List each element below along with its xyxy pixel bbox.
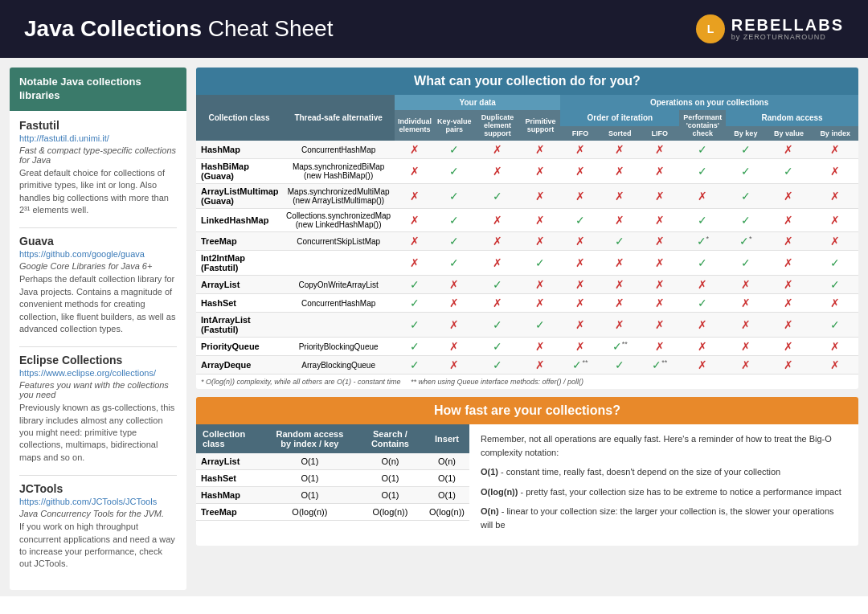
cross-cell: ✗ <box>521 209 560 232</box>
page-title: Java Collections Cheat Sheet <box>24 16 333 42</box>
cross-cell: ✗ <box>521 232 560 251</box>
class-name: Int2IntMap (Fastutil) <box>196 251 282 276</box>
fastutil-link[interactable]: http://fastutil.di.unimi.it/ <box>19 133 177 143</box>
btd-class: HashSet <box>196 470 264 487</box>
thread-safe-alt: ArrayBlockingQueue <box>282 356 395 375</box>
cross-cell: ✗ <box>474 159 521 184</box>
check-cell: ✓ <box>812 251 858 276</box>
cross-cell: ✗ <box>560 159 600 184</box>
cross-cell: ✗ <box>521 159 560 184</box>
cross-cell: ✗ <box>395 184 434 209</box>
th-by-index: By index <box>812 126 858 141</box>
class-name: HashMap <box>196 141 282 159</box>
cross-cell: ✗ <box>812 356 858 375</box>
cross-cell: ✗ <box>521 184 560 209</box>
btd-search: O(n) <box>356 453 424 470</box>
cross-cell: ✗ <box>812 338 858 356</box>
o1-bold: O(1) <box>481 467 498 477</box>
btd-search: O(log(n)) <box>356 504 424 521</box>
cross-cell: ✗ <box>679 356 726 375</box>
btd-insert: O(n) <box>424 453 469 470</box>
check-cell: ✓ <box>435 141 474 159</box>
bottom-right-text: Remember, not all operations are equally… <box>469 424 858 546</box>
sidebar-body: Fastutil http://fastutil.di.unimi.it/ Fa… <box>10 111 186 590</box>
btd-search: O(1) <box>356 470 424 487</box>
guava-text: Perhaps the default collection library f… <box>19 273 177 335</box>
th-performance-check: Performant 'contains' check <box>679 110 726 141</box>
cross-cell: ✗ <box>726 294 765 313</box>
check-cell: ✓ <box>435 209 474 232</box>
cross-cell: ✗ <box>812 294 858 313</box>
list-item: HashSet O(1) O(1) O(1) <box>196 470 469 487</box>
cross-cell: ✗ <box>812 159 858 184</box>
jctools-italic: Java Concurrency Tools for the JVM. <box>19 509 177 518</box>
table-row: ArrayListMultimap (Guava) Maps.synchroni… <box>196 184 858 209</box>
bottom-on: O(n) - linear to your collection size: t… <box>481 505 847 531</box>
cross-cell: ✗ <box>766 313 813 338</box>
sidebar-section-jctools: JCTools https://github.com/JCTools/JCToo… <box>19 482 177 571</box>
th-by-value: By value <box>766 126 813 141</box>
check-cell: ✓ <box>600 232 640 251</box>
check-cell: ✓ <box>435 159 474 184</box>
check-doublestar-cell: ✓** <box>600 338 640 356</box>
cross-cell: ✗ <box>395 209 434 232</box>
cross-cell: ✗ <box>726 338 765 356</box>
check-cell: ✓ <box>679 251 726 276</box>
thread-safe-alt <box>282 251 395 276</box>
table-row: HashSet ConcurrentHashMap ✓✗✗✗ ✗✗✗ ✓ ✗✗✗ <box>196 294 858 313</box>
cross-cell: ✗ <box>766 294 813 313</box>
cross-cell: ✗ <box>766 184 813 209</box>
cross-cell: ✗ <box>600 251 640 276</box>
guava-link[interactable]: https://github.com/google/guava <box>19 249 177 259</box>
sidebar: Notable Java collections libraries Fastu… <box>10 68 186 590</box>
thread-safe-alt: ConcurrentSkipListMap <box>282 232 395 251</box>
check-cell: ✓ <box>474 356 521 375</box>
check-cell: ✓ <box>474 313 521 338</box>
class-name: PriorityQueue <box>196 338 282 356</box>
cross-cell: ✗ <box>640 338 679 356</box>
check-cell: ✓ <box>474 338 521 356</box>
check-cell: ✓ <box>726 184 765 209</box>
guava-italic: Google Core Libraries for Java 6+ <box>19 261 177 271</box>
bth-random: Random access by index / key <box>264 424 356 453</box>
top-section-title: What can your collection do for you? <box>196 68 858 95</box>
cross-cell: ✗ <box>812 209 858 232</box>
cross-cell: ✗ <box>435 276 474 294</box>
th-lifo: LIFO <box>640 126 679 141</box>
bottom-table: Collection class Random access by index … <box>196 424 469 521</box>
check-cell: ✓ <box>726 209 765 232</box>
cross-cell: ✗ <box>640 313 679 338</box>
svg-text:L: L <box>706 23 714 35</box>
th-your-data: Your data <box>395 95 560 110</box>
bottom-section-title: How fast are your collections? <box>196 397 858 424</box>
th-by-key: By key <box>726 126 765 141</box>
on-text: - linear to your collection size: the la… <box>481 506 834 530</box>
ologn-text: - pretty fast, your collection size has … <box>518 487 841 497</box>
check-cell: ✓ <box>435 184 474 209</box>
title-bold: Java Collections <box>24 16 202 41</box>
cross-cell: ✗ <box>812 184 858 209</box>
cross-cell: ✗ <box>474 294 521 313</box>
table-row: HashMap ConcurrentHashMap ✗✓✗✗ ✗✗✗ ✓ ✓✗✗ <box>196 141 858 159</box>
cross-cell: ✗ <box>560 251 600 276</box>
btd-random: O(1) <box>264 487 356 504</box>
th-order-iteration: Order of iteration <box>560 110 679 126</box>
btd-insert: O(log(n)) <box>424 504 469 521</box>
eclipse-link[interactable]: https://www.eclipse.org/collections/ <box>19 368 177 378</box>
bottom-content: Collection class Random access by index … <box>196 424 858 546</box>
bottom-table-wrap: Collection class Random access by index … <box>196 424 469 546</box>
check-cell: ✓ <box>395 313 434 338</box>
cross-cell: ✗ <box>766 209 813 232</box>
bottom-table-body: ArrayList O(1) O(n) O(n) HashSet O(1) O(… <box>196 453 469 521</box>
eclipse-title: Eclipse Collections <box>19 354 177 366</box>
table-row: LinkedHashMap Collections.synchronizedMa… <box>196 209 858 232</box>
fastutil-title: Fastutil <box>19 119 177 132</box>
cross-cell: ✗ <box>600 141 640 159</box>
sidebar-section-guava: Guava https://github.com/google/guava Go… <box>19 235 177 335</box>
jctools-link[interactable]: https://github.com/JCTools/JCTools <box>19 497 177 506</box>
th-thread-safe: Thread-safe alternative <box>282 95 395 141</box>
check-cell: ✓ <box>474 184 521 209</box>
cross-cell: ✗ <box>766 251 813 276</box>
footnote1: * O(log(n)) complexity, while all others… <box>201 378 400 386</box>
table-row: Int2IntMap (Fastutil) ✗✓✗✓ ✗✗✗ ✓ ✓✗✓ <box>196 251 858 276</box>
